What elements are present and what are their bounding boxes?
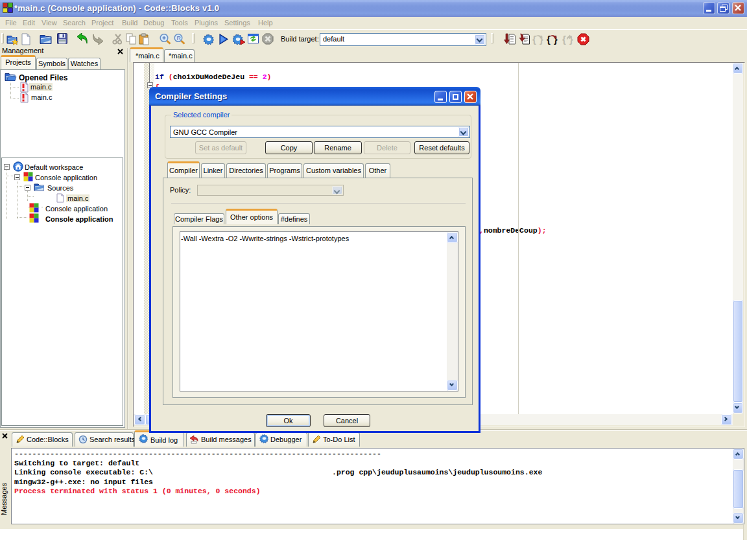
svg-text:}: } [554,34,558,45]
svg-text:{: { [532,34,536,45]
svg-text:}: } [540,34,543,45]
svg-text:R: R [177,35,182,41]
svg-text:{: { [562,34,566,45]
svg-text:{: { [547,34,551,45]
